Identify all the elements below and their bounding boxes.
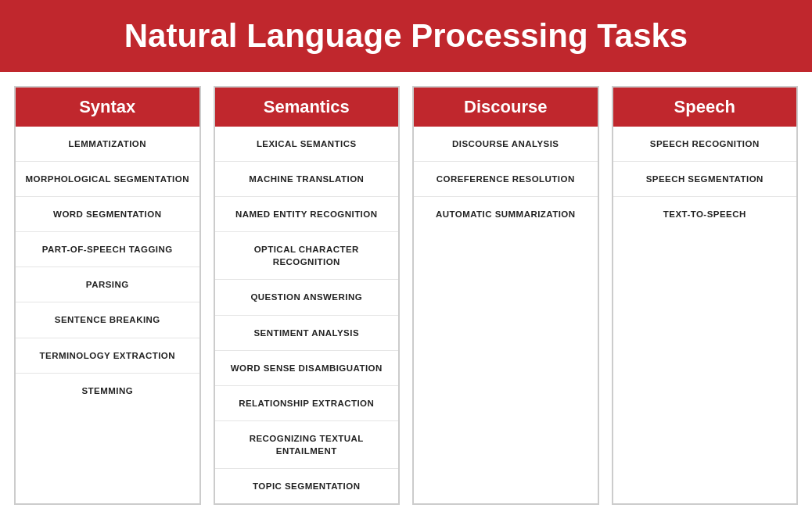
list-item: STEMMING bbox=[16, 374, 199, 408]
list-item: QUESTION ANSWERING bbox=[215, 280, 399, 315]
list-item: PARSING bbox=[16, 267, 199, 302]
syntax-header: Syntax bbox=[16, 88, 199, 127]
list-item: RECOGNIZING TEXTUAL ENTAILMENT bbox=[215, 421, 399, 469]
list-item: RELATIONSHIP EXTRACTION bbox=[215, 386, 399, 421]
semantics-column: Semantics LEXICAL SEMANTICS MACHINE TRAN… bbox=[214, 86, 401, 505]
columns-container: Syntax LEMMATIZATION MORPHOLOGICAL SEGME… bbox=[0, 72, 812, 508]
list-item: TERMINOLOGY EXTRACTION bbox=[16, 338, 199, 374]
list-item: MACHINE TRANSLATION bbox=[215, 162, 399, 197]
list-item: LEMMATIZATION bbox=[16, 127, 199, 162]
syntax-column: Syntax LEMMATIZATION MORPHOLOGICAL SEGME… bbox=[14, 86, 201, 505]
list-item: SENTENCE BREAKING bbox=[16, 302, 199, 338]
list-item: AUTOMATIC SUMMARIZATION bbox=[414, 197, 598, 231]
list-item: LEXICAL SEMANTICS bbox=[215, 127, 399, 162]
speech-header: Speech bbox=[613, 88, 797, 127]
list-item: DISCOURSE ANALYSIS bbox=[414, 127, 598, 162]
list-item: NAMED ENTITY RECOGNITION bbox=[215, 197, 399, 232]
semantics-header: Semantics bbox=[215, 88, 399, 127]
list-item: TEXT-TO-SPEECH bbox=[613, 197, 797, 231]
discourse-column: Discourse DISCOURSE ANALYSIS COREFERENCE… bbox=[412, 86, 599, 505]
list-item: TOPIC SEGMENTATION bbox=[215, 469, 399, 503]
list-item: SPEECH RECOGNITION bbox=[613, 127, 797, 162]
list-item: PART-OF-SPEECH TAGGING bbox=[16, 232, 199, 267]
list-item: MORPHOLOGICAL SEGMENTATION bbox=[16, 162, 199, 197]
list-item: SENTIMENT ANALYSIS bbox=[215, 316, 399, 351]
list-item: WORD SENSE DISAMBIGUATION bbox=[215, 351, 399, 386]
list-item: OPTICAL CHARACTER RECOGNITION bbox=[215, 232, 399, 280]
page-title: Natural Language Processing Tasks bbox=[0, 0, 812, 72]
discourse-header: Discourse bbox=[414, 88, 598, 127]
list-item: WORD SEGMENTATION bbox=[16, 197, 199, 232]
speech-column: Speech SPEECH RECOGNITION SPEECH SEGMENT… bbox=[612, 86, 799, 505]
list-item: SPEECH SEGMENTATION bbox=[613, 162, 797, 197]
list-item: COREFERENCE RESOLUTION bbox=[414, 162, 598, 197]
